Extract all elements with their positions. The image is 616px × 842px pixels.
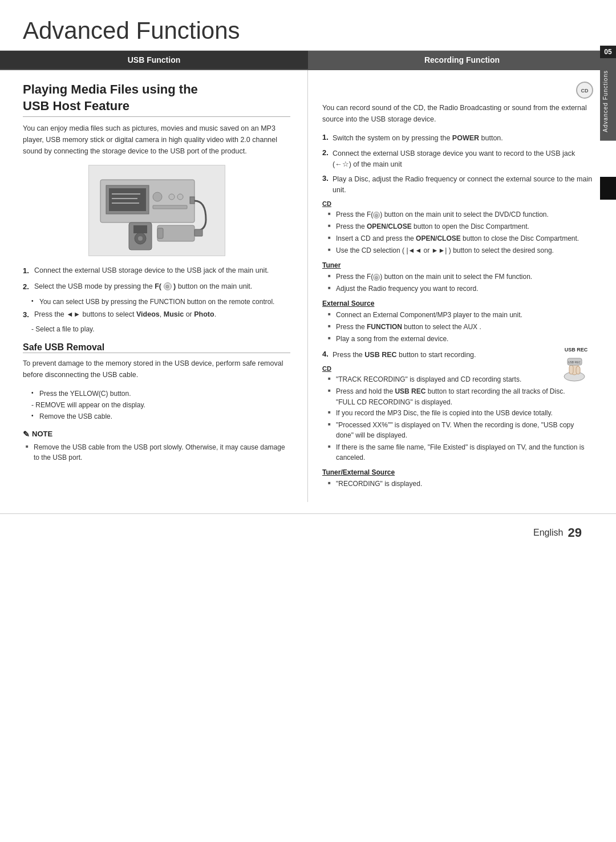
- tuner-bullet-2: ■ Adjust the Radio frequency you want to…: [328, 284, 593, 294]
- cd-bullet-2: ■ Press the OPEN/CLOSE button to open th…: [328, 221, 593, 232]
- cd-rec-bullet-3: ■ If you record the MP3 Disc, the file i…: [328, 408, 593, 418]
- usb-steps: 1. Connect the external USB storage devi…: [23, 265, 290, 333]
- svg-rect-12: [157, 228, 163, 238]
- svg-rect-13: [194, 229, 202, 236]
- ext-bullet-2: ■ Press the FUNCTION button to select th…: [328, 322, 593, 332]
- cd-rec-bullet-1: ■ "TRACK RECORDING" is displayed and CD …: [328, 374, 593, 384]
- usb-rec-badge: USB REC USB REC: [559, 347, 593, 381]
- note-section: ✎ NOTE ■ Remove the USB cable from the U…: [23, 430, 290, 463]
- cd-sub-label: CD: [322, 200, 593, 207]
- usb-device-image: [88, 165, 225, 256]
- right-column: CD You can record sound of the CD, the R…: [308, 70, 616, 502]
- cd-rec-bullet-4: ■ "Processed XX%"" is displayed on TV. W…: [328, 420, 593, 440]
- right-step-2: 2. Connect the external USB storage devi…: [322, 148, 593, 170]
- svg-point-7: [169, 194, 175, 200]
- cd-icon: CD: [576, 82, 593, 99]
- right-intro: You can record sound of the CD, the Radi…: [322, 102, 593, 125]
- side-tab-number: 05: [600, 46, 616, 58]
- ext-bullet-3: ■ Play a song from the external device.: [328, 334, 593, 344]
- note-bullet-1: ■ Remove the USB cable from the USB port…: [26, 442, 290, 463]
- page-title: Advanced Functions: [0, 0, 616, 51]
- cd-rec-bullet-2: ■ Press and hold the USB REC button to s…: [328, 386, 593, 396]
- svg-point-8: [177, 194, 183, 200]
- cd-bullet-1: ■ Press the F(⊙) button on the main unit…: [328, 209, 593, 220]
- svg-rect-21: [576, 366, 580, 374]
- tuner-bullet-1: ■ Press the F(⊙) button on the main unit…: [328, 272, 593, 282]
- tab-usb-function[interactable]: USB Function: [0, 51, 308, 69]
- right-step-4: 4. Press the USB REC button to start rec…: [322, 350, 593, 361]
- left-section-heading: Playing Media Files using the USB Host F…: [23, 82, 290, 117]
- svg-text:USB REC: USB REC: [568, 361, 581, 364]
- external-source-label: External Source: [322, 299, 593, 307]
- right-step-1: 1. Switch the system on by pressing the …: [322, 133, 593, 144]
- safe-removal-text: To prevent damage to the memory stored i…: [23, 358, 290, 380]
- svg-rect-10: [190, 197, 194, 204]
- cd-bullet-4: ■ Use the CD selection ( |◄◄ or ►►| ) bu…: [328, 245, 593, 256]
- cd-rec-bullet-5: ■ If there is the same file name, "File …: [328, 442, 593, 463]
- svg-rect-9: [153, 205, 187, 209]
- tab-bar: USB Function Recording Function: [0, 51, 616, 70]
- page-footer: English 29: [0, 513, 616, 552]
- safe-bullet-2: • Remove the USB cable.: [31, 411, 290, 422]
- svg-point-6: [153, 192, 162, 201]
- safe-dash-1: - REMOVE will appear on the display.: [31, 401, 290, 409]
- safe-removal-title: Safe USB Removal: [23, 342, 290, 353]
- cd-rec-label: CD: [322, 365, 593, 372]
- tuner-label: Tuner: [322, 261, 593, 269]
- svg-rect-17: [133, 225, 147, 233]
- tuner-ext-label: Tuner/External Source: [322, 468, 593, 476]
- ext-bullet-1: ■ Connect an External Component/MP3 play…: [328, 310, 593, 320]
- note-label: NOTE: [32, 430, 52, 438]
- tab-recording-function[interactable]: Recording Function: [308, 51, 616, 69]
- cd-bullet-3: ■ Insert a CD and press the OPEN/CLOSE b…: [328, 233, 593, 244]
- tuner-ext-bullet-1: ■ "RECORDING" is displayed.: [328, 479, 593, 489]
- left-intro-text: You can enjoy media files such as pictur…: [23, 123, 290, 157]
- svg-point-16: [138, 236, 143, 241]
- right-step-3: 3. Play a Disc, adjust the Radio frequen…: [322, 174, 593, 196]
- svg-rect-2: [109, 188, 146, 211]
- safe-bullet-1: • Press the YELLOW(C) button.: [31, 388, 290, 399]
- svg-rect-20: [569, 365, 573, 374]
- note-icon: ✎: [23, 430, 30, 439]
- side-tab: Advanced Functions: [600, 62, 616, 141]
- side-tab-black: [600, 177, 616, 200]
